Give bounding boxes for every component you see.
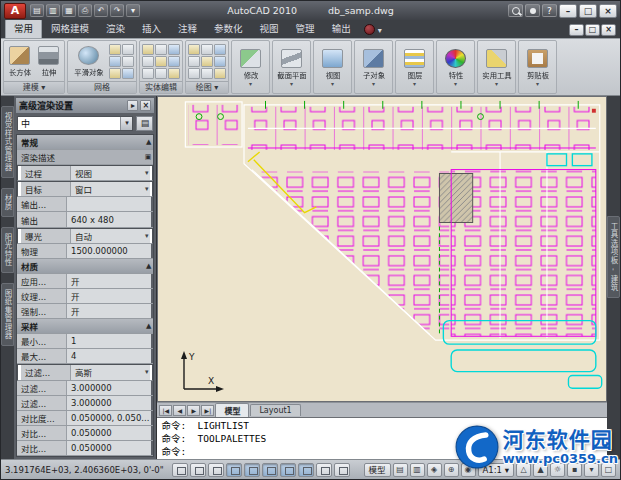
property-row[interactable]: 材质 ▲: [17, 259, 153, 274]
polar-toggle[interactable]: [226, 463, 242, 477]
property-row[interactable]: 过程 视图: [17, 165, 153, 181]
property-value[interactable]: 0.050000, 0.050...: [67, 411, 151, 425]
mesh-tool-icon[interactable]: [109, 68, 121, 79]
section-collapse-icon[interactable]: [151, 396, 153, 410]
draw-tool-icon[interactable]: [188, 56, 200, 67]
doc-minimize-button[interactable]: –: [569, 24, 584, 36]
search-icon[interactable]: [508, 4, 523, 17]
property-value[interactable]: 4: [67, 349, 151, 363]
property-row[interactable]: 最大... 4: [17, 349, 153, 364]
qp-toggle[interactable]: [334, 463, 350, 477]
collapsed-ribbon-panel[interactable]: 视图 ▾: [313, 40, 352, 94]
section-collapse-icon[interactable]: [150, 365, 152, 379]
ortho-toggle[interactable]: [208, 463, 224, 477]
panel-label-mesh[interactable]: 网格: [68, 81, 136, 93]
new-button[interactable]: ▤: [30, 4, 44, 17]
mesh-tool-icon[interactable]: [122, 56, 134, 67]
property-row[interactable]: 曝光 自动: [17, 228, 153, 244]
section-collapse-icon[interactable]: [150, 182, 152, 196]
snap-toggle[interactable]: [172, 463, 188, 477]
section-collapse-icon[interactable]: [150, 229, 152, 243]
ribbon-big-button[interactable]: 长方体: [6, 46, 33, 77]
smooth-object-button[interactable]: 平滑对象: [70, 46, 107, 77]
drawing-canvas[interactable]: Y X: [157, 96, 607, 402]
draw-tool-icon[interactable]: [188, 44, 200, 55]
section-collapse-icon[interactable]: [151, 381, 153, 395]
panel-label-solid-editing[interactable]: 实体编辑: [140, 81, 182, 93]
save-button[interactable]: ▦: [62, 4, 76, 17]
section-collapse-icon[interactable]: ▲: [146, 259, 153, 273]
plot-button[interactable]: ⎙: [78, 4, 92, 17]
draw-tool-icon[interactable]: [201, 56, 213, 67]
property-value[interactable]: 3.000000: [67, 396, 151, 410]
section-collapse-icon[interactable]: [151, 441, 153, 455]
draw-tool-icon[interactable]: [214, 44, 226, 55]
property-value[interactable]: 640 x 480: [67, 212, 151, 226]
dyn-toggle[interactable]: [298, 463, 314, 477]
tab-model[interactable]: 模型: [215, 403, 249, 417]
solid-tool-icon[interactable]: [155, 56, 167, 67]
quick-view-drawings-button[interactable]: ▤: [393, 463, 408, 477]
property-row[interactable]: 强制... 开: [17, 304, 153, 319]
mesh-tool-icon[interactable]: [109, 56, 121, 67]
property-row[interactable]: 对比... 0.050000: [17, 426, 153, 441]
palette-autohide-icon[interactable]: ▸: [127, 100, 138, 111]
property-value[interactable]: 视图: [71, 166, 150, 180]
help-icon[interactable]: ?: [542, 4, 557, 17]
maximize-button[interactable]: □: [579, 4, 597, 18]
section-collapse-icon[interactable]: [151, 197, 153, 211]
open-button[interactable]: ▥: [46, 4, 60, 17]
draw-tool-icon[interactable]: [201, 68, 213, 79]
close-button[interactable]: ×: [599, 4, 617, 18]
collapsed-ribbon-panel[interactable]: 特性 ▾: [436, 40, 475, 94]
property-row[interactable]: 过滤... 3.000000: [17, 381, 153, 396]
solid-tool-icon[interactable]: [168, 68, 180, 79]
tab-nav-button[interactable]: |◀: [159, 405, 172, 416]
property-value[interactable]: 开: [67, 289, 151, 303]
palette-title-bar[interactable]: 高级渲染设置 ▸ ×: [16, 98, 154, 113]
collapsed-ribbon-panel[interactable]: 子对象 ▾: [354, 40, 393, 94]
section-collapse-icon[interactable]: [151, 304, 153, 318]
property-row[interactable]: 采样 ▲: [17, 319, 153, 334]
render-preset-select[interactable]: 中 ▾: [17, 116, 133, 131]
ribbon-tab[interactable]: 网格建模: [43, 19, 97, 38]
property-value[interactable]: 1: [67, 334, 151, 348]
section-collapse-icon[interactable]: [151, 274, 153, 288]
redo-button[interactable]: ↷: [110, 4, 124, 17]
mesh-tool-icon[interactable]: [122, 44, 134, 55]
ribbon-options-button[interactable]: [364, 24, 375, 35]
property-row[interactable]: 常规 ▲: [17, 135, 153, 150]
anchored-palette-tab[interactable]: 图纸集管理器: [1, 283, 14, 346]
solid-tool-icon[interactable]: [142, 44, 154, 55]
undo-button[interactable]: ↶: [94, 4, 108, 17]
section-collapse-icon[interactable]: [151, 411, 153, 425]
collapsed-ribbon-panel[interactable]: 图层 ▾: [395, 40, 434, 94]
solid-tool-icon[interactable]: [168, 56, 180, 67]
property-value[interactable]: 开: [67, 274, 151, 288]
chevron-down-icon[interactable]: ▾: [120, 117, 132, 130]
doc-restore-button[interactable]: □: [585, 24, 600, 36]
section-collapse-icon[interactable]: [151, 212, 153, 226]
save-preset-button[interactable]: ▤: [136, 116, 153, 131]
property-row[interactable]: 输出 640 x 480: [17, 212, 153, 227]
solid-tool-icon[interactable]: [168, 44, 180, 55]
section-collapse-icon[interactable]: [151, 289, 153, 303]
qat-more-button[interactable]: ▾: [126, 4, 140, 17]
draw-tool-icon[interactable]: [214, 56, 226, 67]
section-collapse-icon[interactable]: ▲: [146, 319, 153, 333]
property-value[interactable]: [67, 197, 151, 211]
property-row[interactable]: 渲染描述 ▣: [17, 150, 153, 165]
ribbon-tab[interactable]: 参数化: [206, 19, 251, 38]
section-collapse-icon[interactable]: [150, 166, 152, 180]
ducs-toggle[interactable]: [280, 463, 296, 477]
mesh-tool-icon[interactable]: [109, 44, 121, 55]
panel-label-modeling[interactable]: 建模 ▾: [4, 81, 64, 93]
section-collapse-icon[interactable]: ▲: [146, 135, 153, 149]
property-value[interactable]: 开: [67, 304, 151, 318]
section-collapse-icon[interactable]: [151, 244, 153, 258]
ribbon-tab[interactable]: 管理: [288, 19, 323, 38]
grid-toggle[interactable]: [190, 463, 206, 477]
property-value[interactable]: 1500.000000: [67, 244, 151, 258]
tab-nav-button[interactable]: ▶|: [201, 405, 214, 416]
ribbon-tab[interactable]: 插入: [134, 19, 169, 38]
